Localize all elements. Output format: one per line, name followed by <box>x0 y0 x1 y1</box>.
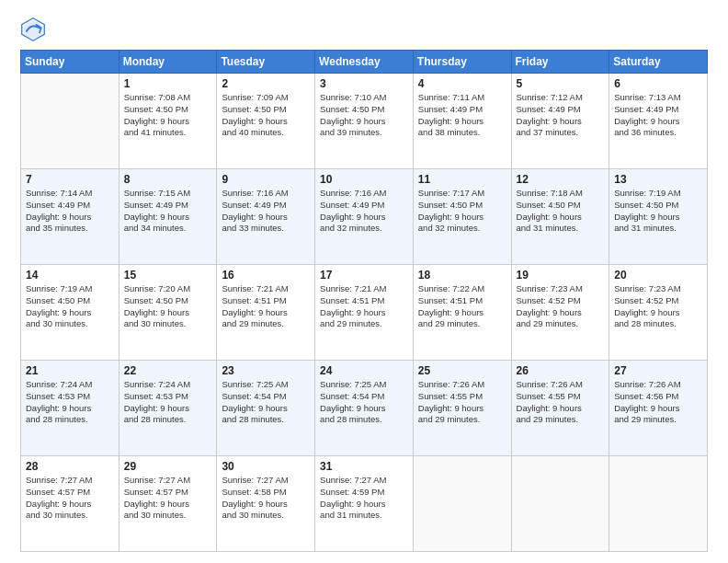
sunrise-text: Sunrise: 7:27 AM <box>26 475 114 487</box>
sunrise-text: Sunrise: 7:19 AM <box>614 188 702 200</box>
daylight-minutes-text: and 40 minutes. <box>222 127 310 139</box>
sunset-text: Sunset: 4:49 PM <box>222 200 310 212</box>
day-number: 7 <box>26 173 114 186</box>
calendar-week-row: 1Sunrise: 7:08 AMSunset: 4:50 PMDaylight… <box>21 74 708 169</box>
calendar-cell: 30Sunrise: 7:27 AMSunset: 4:58 PMDayligh… <box>217 456 315 552</box>
daylight-hours-label: Daylight: 9 hours <box>124 212 212 224</box>
sunrise-text: Sunrise: 7:20 AM <box>124 283 212 295</box>
daylight-minutes-text: and 28 minutes. <box>614 318 702 330</box>
daylight-hours-label: Daylight: 9 hours <box>124 403 212 415</box>
sunrise-text: Sunrise: 7:21 AM <box>222 283 310 295</box>
calendar-week-row: 14Sunrise: 7:19 AMSunset: 4:50 PMDayligh… <box>21 265 708 361</box>
logo-icon <box>20 17 46 42</box>
day-number: 30 <box>222 460 310 473</box>
sunrise-text: Sunrise: 7:09 AM <box>222 92 310 104</box>
daylight-hours-label: Daylight: 9 hours <box>26 403 114 415</box>
sunset-text: Sunset: 4:54 PM <box>320 391 408 403</box>
sunset-text: Sunset: 4:50 PM <box>320 104 408 116</box>
daylight-minutes-text: and 34 minutes. <box>124 223 212 235</box>
daylight-hours-label: Daylight: 9 hours <box>320 499 408 511</box>
calendar-cell: 5Sunrise: 7:12 AMSunset: 4:49 PMDaylight… <box>511 74 609 169</box>
daylight-hours-label: Daylight: 9 hours <box>222 116 310 128</box>
calendar-cell: 20Sunrise: 7:23 AMSunset: 4:52 PMDayligh… <box>609 265 708 361</box>
calendar-cell: 6Sunrise: 7:13 AMSunset: 4:49 PMDaylight… <box>609 74 708 169</box>
day-number: 19 <box>517 269 605 282</box>
day-number: 23 <box>222 364 310 377</box>
day-number: 18 <box>418 269 506 282</box>
calendar-cell: 31Sunrise: 7:27 AMSunset: 4:59 PMDayligh… <box>315 456 414 552</box>
sunset-text: Sunset: 4:59 PM <box>320 487 408 499</box>
sunrise-text: Sunrise: 7:17 AM <box>418 188 506 200</box>
sunset-text: Sunset: 4:57 PM <box>26 487 114 499</box>
daylight-hours-label: Daylight: 9 hours <box>26 307 114 319</box>
sunrise-text: Sunrise: 7:24 AM <box>26 379 114 391</box>
daylight-minutes-text: and 33 minutes. <box>222 223 310 235</box>
daylight-minutes-text: and 28 minutes. <box>124 414 212 426</box>
calendar-cell: 26Sunrise: 7:26 AMSunset: 4:55 PMDayligh… <box>511 361 609 456</box>
sunset-text: Sunset: 4:50 PM <box>418 200 506 212</box>
day-number: 28 <box>26 460 114 473</box>
calendar-cell: 22Sunrise: 7:24 AMSunset: 4:53 PMDayligh… <box>119 361 217 456</box>
calendar-cell: 25Sunrise: 7:26 AMSunset: 4:55 PMDayligh… <box>413 361 511 456</box>
sunset-text: Sunset: 4:51 PM <box>418 295 506 307</box>
daylight-minutes-text: and 30 minutes. <box>222 510 310 522</box>
daylight-minutes-text: and 28 minutes. <box>222 414 310 426</box>
daylight-hours-label: Daylight: 9 hours <box>418 116 506 128</box>
sunrise-text: Sunrise: 7:26 AM <box>418 379 506 391</box>
calendar-header-friday: Friday <box>511 51 609 74</box>
daylight-hours-label: Daylight: 9 hours <box>418 212 506 224</box>
calendar-cell: 13Sunrise: 7:19 AMSunset: 4:50 PMDayligh… <box>609 169 708 265</box>
daylight-hours-label: Daylight: 9 hours <box>26 212 114 224</box>
daylight-hours-label: Daylight: 9 hours <box>517 307 605 319</box>
day-number: 5 <box>517 77 605 90</box>
daylight-minutes-text: and 29 minutes. <box>418 414 506 426</box>
sunset-text: Sunset: 4:52 PM <box>614 295 702 307</box>
day-number: 2 <box>222 77 310 90</box>
daylight-hours-label: Daylight: 9 hours <box>222 499 310 511</box>
day-number: 14 <box>26 269 114 282</box>
calendar-cell: 7Sunrise: 7:14 AMSunset: 4:49 PMDaylight… <box>21 169 119 265</box>
sunrise-text: Sunrise: 7:27 AM <box>222 475 310 487</box>
day-number: 22 <box>124 364 212 377</box>
sunset-text: Sunset: 4:50 PM <box>222 104 310 116</box>
day-number: 15 <box>124 269 212 282</box>
sunrise-text: Sunrise: 7:11 AM <box>418 92 506 104</box>
page: SundayMondayTuesdayWednesdayThursdayFrid… <box>0 0 728 563</box>
daylight-hours-label: Daylight: 9 hours <box>418 403 506 415</box>
day-number: 6 <box>614 77 702 90</box>
calendar-cell: 16Sunrise: 7:21 AMSunset: 4:51 PMDayligh… <box>217 265 315 361</box>
day-number: 25 <box>418 364 506 377</box>
daylight-hours-label: Daylight: 9 hours <box>614 403 702 415</box>
daylight-minutes-text: and 38 minutes. <box>418 127 506 139</box>
daylight-minutes-text: and 30 minutes. <box>26 318 114 330</box>
sunrise-text: Sunrise: 7:15 AM <box>124 188 212 200</box>
calendar-week-row: 21Sunrise: 7:24 AMSunset: 4:53 PMDayligh… <box>21 361 708 456</box>
day-number: 29 <box>124 460 212 473</box>
daylight-hours-label: Daylight: 9 hours <box>320 307 408 319</box>
sunrise-text: Sunrise: 7:27 AM <box>320 475 408 487</box>
daylight-minutes-text: and 29 minutes. <box>614 414 702 426</box>
daylight-hours-label: Daylight: 9 hours <box>517 212 605 224</box>
day-number: 26 <box>517 364 605 377</box>
day-number: 24 <box>320 364 408 377</box>
daylight-minutes-text: and 35 minutes. <box>26 223 114 235</box>
sunset-text: Sunset: 4:52 PM <box>517 295 605 307</box>
calendar-cell: 23Sunrise: 7:25 AMSunset: 4:54 PMDayligh… <box>217 361 315 456</box>
daylight-minutes-text: and 36 minutes. <box>614 127 702 139</box>
calendar-header-monday: Monday <box>119 51 217 74</box>
sunset-text: Sunset: 4:49 PM <box>320 200 408 212</box>
daylight-minutes-text: and 29 minutes. <box>222 318 310 330</box>
daylight-minutes-text: and 30 minutes. <box>26 510 114 522</box>
calendar-cell: 19Sunrise: 7:23 AMSunset: 4:52 PMDayligh… <box>511 265 609 361</box>
calendar-cell: 17Sunrise: 7:21 AMSunset: 4:51 PMDayligh… <box>315 265 414 361</box>
daylight-minutes-text: and 39 minutes. <box>320 127 408 139</box>
daylight-hours-label: Daylight: 9 hours <box>418 307 506 319</box>
sunset-text: Sunset: 4:53 PM <box>26 391 114 403</box>
daylight-minutes-text: and 29 minutes. <box>418 318 506 330</box>
sunrise-text: Sunrise: 7:13 AM <box>614 92 702 104</box>
daylight-minutes-text: and 28 minutes. <box>26 414 114 426</box>
sunrise-text: Sunrise: 7:27 AM <box>124 475 212 487</box>
sunrise-text: Sunrise: 7:24 AM <box>124 379 212 391</box>
sunrise-text: Sunrise: 7:25 AM <box>222 379 310 391</box>
day-number: 3 <box>320 77 408 90</box>
